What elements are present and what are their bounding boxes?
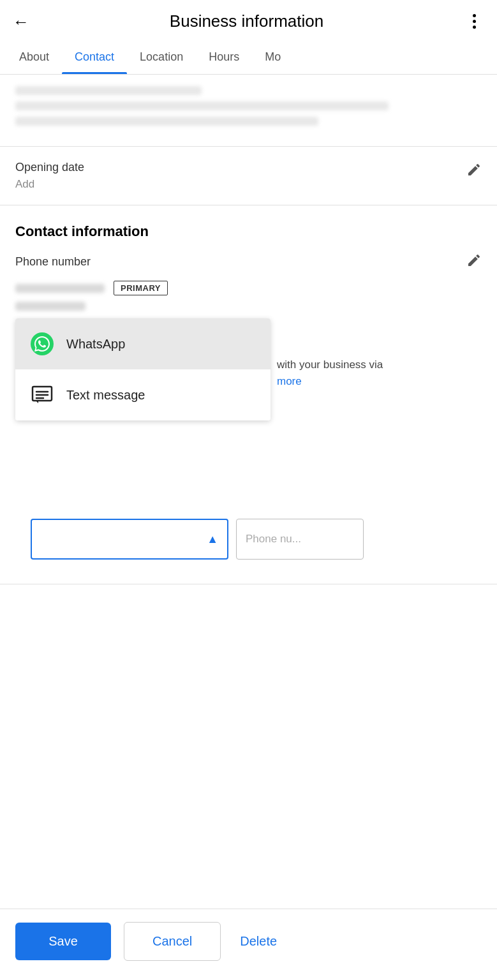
opening-date-label: Opening date — [15, 161, 456, 174]
tab-location[interactable]: Location — [127, 40, 196, 74]
opening-date-edit-icon[interactable] — [466, 162, 482, 181]
opening-date-content: Opening date Add — [15, 161, 456, 191]
blurred-text-3 — [15, 117, 318, 126]
whatsapp-label: WhatsApp — [66, 337, 125, 352]
more-options-button[interactable] — [464, 14, 484, 29]
dropdown-chevron-icon: ▲ — [207, 533, 218, 546]
save-button[interactable]: Save — [15, 923, 111, 960]
back-button[interactable]: ← — [13, 13, 29, 30]
primary-badge: PRIMARY — [114, 281, 168, 295]
page-title: Business information — [29, 11, 464, 31]
blurred-text-2 — [15, 101, 389, 110]
phone-number-section: Phone number PRIMARY — [0, 251, 497, 584]
phone-label-row: Phone number — [15, 251, 482, 272]
tab-contact[interactable]: Contact — [62, 40, 127, 74]
svg-point-0 — [31, 332, 54, 355]
info-text: with your business via more — [277, 357, 468, 389]
cancel-button[interactable]: Cancel — [124, 922, 221, 961]
header: ← Business information — [0, 0, 497, 40]
phone-number-1-blurred — [15, 284, 105, 293]
text-message-label: Text message — [66, 388, 145, 403]
info-text-content: with your business via — [277, 359, 383, 371]
bottom-action-bar: Save Cancel Delete — [0, 909, 497, 980]
whatsapp-option[interactable]: WhatsApp — [15, 318, 271, 369]
tab-more[interactable]: Mo — [252, 40, 293, 74]
delete-button[interactable]: Delete — [234, 923, 283, 960]
messaging-dropdown: WhatsApp Text message — [15, 318, 271, 420]
content-area: Opening date Add Contact information Pho… — [0, 75, 497, 661]
phone-input-placeholder: Phone nu... — [246, 533, 301, 546]
dropdown-container: WhatsApp Text message — [15, 318, 482, 420]
phone-type-dropdown[interactable]: ▲ — [31, 519, 228, 560]
phone-number-input[interactable]: Phone nu... — [236, 519, 364, 560]
blurred-text-1 — [15, 86, 202, 95]
page-bottom-padding — [0, 584, 497, 661]
contact-info-heading-text: Contact information — [15, 223, 149, 239]
phone-number-row-2 — [15, 302, 482, 311]
phone-edit-icon[interactable] — [466, 253, 482, 272]
opening-date-section: Opening date Add — [0, 147, 497, 205]
text-message-option[interactable]: Text message — [15, 369, 271, 420]
phone-numbers-list: PRIMARY — [15, 281, 482, 311]
add-phone-row: ▲ Phone nu... — [15, 510, 482, 572]
contact-info-heading: Contact information — [0, 205, 497, 251]
description-section — [0, 75, 497, 147]
more-link[interactable]: more — [277, 375, 302, 387]
opening-date-value: Add — [15, 178, 456, 191]
phone-number-2-blurred — [15, 302, 85, 311]
text-message-icon — [31, 383, 54, 406]
tab-about[interactable]: About — [6, 40, 62, 74]
phone-label: Phone number — [15, 255, 91, 269]
whatsapp-icon — [31, 332, 54, 355]
tabs-bar: About Contact Location Hours Mo — [0, 40, 497, 75]
phone-number-row-1: PRIMARY — [15, 281, 482, 295]
tab-hours[interactable]: Hours — [196, 40, 252, 74]
